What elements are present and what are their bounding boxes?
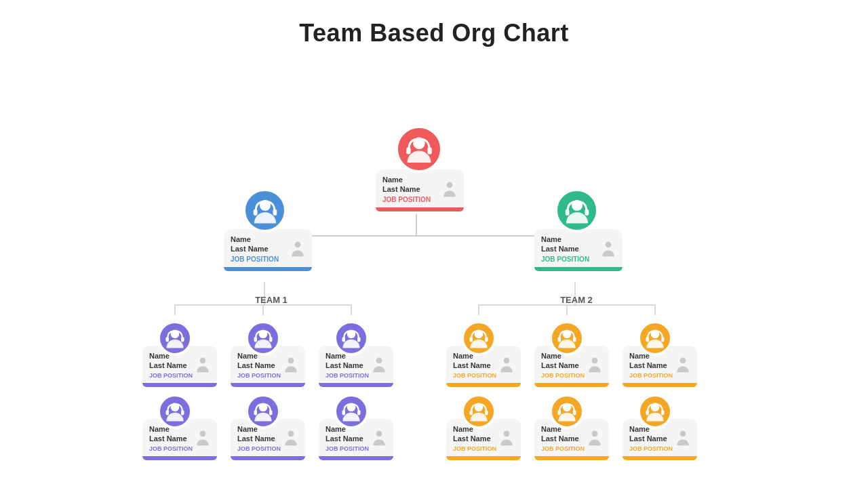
t1-m6-avatar — [334, 394, 369, 429]
svg-point-22 — [606, 241, 612, 247]
l2-right-card-text: NameLast Name JOB POSITION — [541, 235, 598, 263]
svg-rect-57 — [573, 337, 576, 342]
svg-rect-48 — [342, 410, 346, 415]
t2-m6-icon — [675, 429, 690, 447]
t2-m1-avatar — [461, 321, 496, 356]
l2-left-person-icon — [290, 240, 305, 258]
t1-m1-avatar — [157, 321, 193, 356]
l2-left-position: JOB POSITION — [231, 256, 288, 263]
svg-point-14 — [447, 182, 453, 188]
svg-point-26 — [200, 358, 206, 364]
svg-rect-73 — [661, 410, 665, 415]
svg-point-46 — [376, 431, 382, 437]
t2-m2-icon — [587, 356, 602, 373]
root-avatar-icon — [402, 132, 436, 166]
svg-rect-44 — [254, 410, 258, 415]
l2-right-card: NameLast Name JOB POSITION — [534, 229, 623, 271]
svg-point-38 — [200, 431, 206, 437]
svg-rect-17 — [428, 148, 432, 155]
t1-m3-icon — [372, 356, 387, 373]
svg-point-30 — [288, 358, 294, 364]
t2-m6-avatar — [637, 394, 673, 429]
l2-left-card: NameLast Name JOB POSITION — [224, 229, 312, 271]
root-avatar — [395, 125, 443, 173]
svg-point-70 — [680, 431, 686, 437]
l2-left-avatar-icon — [250, 195, 281, 226]
t1-m2-icon — [283, 356, 298, 373]
t1-m4-icon — [195, 429, 210, 447]
t1-m5-icon — [283, 429, 298, 447]
l2-left-card-text: NameLast Name JOB POSITION — [231, 235, 288, 263]
svg-rect-32 — [254, 337, 258, 342]
t2-m2-avatar — [549, 321, 585, 356]
svg-point-50 — [504, 358, 510, 364]
svg-point-42 — [288, 431, 294, 437]
svg-rect-33 — [269, 337, 273, 342]
svg-rect-29 — [181, 337, 184, 342]
svg-rect-53 — [485, 337, 488, 342]
svg-rect-68 — [558, 410, 561, 415]
l2-right-person-icon — [601, 240, 616, 258]
svg-rect-41 — [181, 410, 184, 415]
team1-label: TEAM 1 — [251, 295, 292, 305]
t2-m5-icon — [587, 429, 602, 447]
svg-rect-20 — [253, 209, 257, 215]
t1-m1-icon — [195, 356, 210, 373]
svg-rect-16 — [406, 148, 410, 155]
t2-m5-avatar — [549, 394, 585, 429]
root-name: NameLast Name — [382, 175, 439, 195]
l2-right-avatar — [555, 188, 599, 232]
l2-right-card-bar — [534, 267, 623, 271]
svg-point-18 — [295, 241, 301, 247]
svg-rect-21 — [273, 209, 277, 215]
root-card-bar — [376, 207, 464, 211]
l2-left-card-bar — [224, 267, 312, 271]
svg-rect-60 — [646, 337, 650, 342]
svg-point-58 — [680, 358, 686, 364]
l2-left-name: NameLast Name — [231, 235, 288, 254]
svg-rect-36 — [342, 337, 346, 342]
l2-left-avatar — [243, 188, 287, 232]
svg-rect-61 — [661, 337, 665, 342]
t1-m5-avatar — [245, 394, 281, 429]
t1-m4-avatar — [157, 394, 193, 429]
root-card: NameLast Name JOB POSITION — [376, 169, 464, 211]
svg-rect-40 — [166, 410, 170, 415]
l2-right-position: JOB POSITION — [541, 256, 598, 263]
t1-m2-avatar — [245, 321, 281, 356]
connector-lines — [0, 54, 868, 488]
t2-m3-avatar — [637, 321, 673, 356]
page-title: Team Based Org Chart — [0, 0, 868, 54]
svg-point-34 — [376, 358, 382, 364]
svg-rect-37 — [357, 337, 361, 342]
svg-rect-52 — [470, 337, 473, 342]
t1-m3-avatar — [334, 321, 369, 356]
t1-m6-icon — [372, 429, 387, 447]
svg-rect-45 — [269, 410, 273, 415]
svg-rect-56 — [558, 337, 561, 342]
svg-rect-28 — [166, 337, 170, 342]
l2-right-name: NameLast Name — [541, 235, 598, 254]
svg-rect-69 — [573, 410, 576, 415]
svg-point-54 — [592, 358, 598, 364]
chart-container: NameLast Name JOB POSITION NameLast Name… — [0, 54, 868, 488]
t2-m4-avatar — [461, 394, 496, 429]
root-position: JOB POSITION — [382, 196, 439, 203]
l2-right-avatar-icon — [561, 195, 593, 226]
svg-rect-49 — [357, 410, 361, 415]
svg-rect-25 — [585, 209, 589, 215]
svg-point-62 — [504, 431, 510, 437]
svg-point-66 — [592, 431, 598, 437]
t2-m4-icon — [499, 429, 514, 447]
team2-label: TEAM 2 — [556, 295, 597, 305]
svg-rect-64 — [470, 410, 473, 415]
t2-m3-icon — [675, 356, 690, 373]
svg-rect-72 — [646, 410, 650, 415]
svg-rect-24 — [565, 209, 569, 215]
t2-m1-icon — [499, 356, 514, 373]
svg-rect-65 — [485, 410, 488, 415]
root-person-icon — [442, 180, 457, 198]
root-card-text: NameLast Name JOB POSITION — [382, 175, 439, 203]
